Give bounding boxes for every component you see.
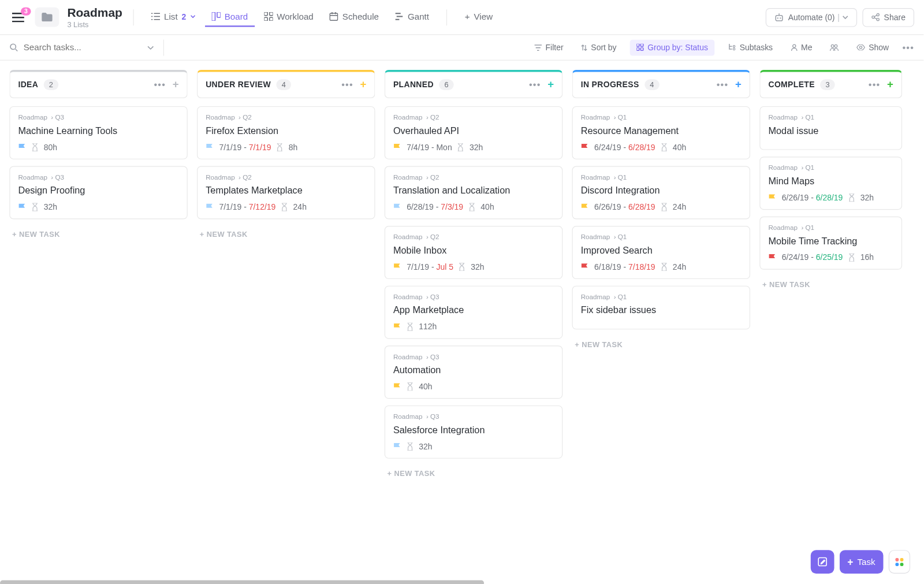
- column-menu[interactable]: •••: [717, 79, 729, 90]
- task-card[interactable]: Roadmap › Q1 Improved Search6/18/19 - 7/…: [572, 226, 750, 279]
- automate-button[interactable]: Automate (0) |: [766, 8, 857, 27]
- notepad-fab[interactable]: [810, 550, 834, 574]
- flag-icon[interactable]: [393, 322, 401, 331]
- flag-icon[interactable]: [18, 203, 26, 211]
- new-task-button[interactable]: + NEW TASK: [759, 276, 902, 292]
- task-card[interactable]: Roadmap › Q3 App Marketplace112h: [385, 286, 562, 339]
- search-expand[interactable]: [147, 46, 154, 50]
- view-tab-list[interactable]: List2: [144, 8, 202, 27]
- column-add[interactable]: +: [887, 79, 893, 91]
- view-tab-board[interactable]: Board: [205, 8, 255, 27]
- task-card[interactable]: Roadmap › Q2 Translation and Localizatio…: [385, 166, 562, 220]
- task-card[interactable]: Roadmap › Q1 Fix sidebar issues: [572, 286, 750, 330]
- task-card[interactable]: Roadmap › Q2 Firefox Extension7/1/19 - 7…: [197, 106, 375, 159]
- task-card[interactable]: Roadmap › Q1 Modal issue: [759, 106, 902, 150]
- new-task-button[interactable]: + NEW TASK: [197, 226, 375, 242]
- menu-button[interactable]: 3: [9, 10, 27, 25]
- view-tab-gantt[interactable]: Gantt: [388, 8, 435, 27]
- column-menu[interactable]: •••: [341, 79, 353, 90]
- svg-point-18: [733, 46, 735, 47]
- task-card[interactable]: Roadmap › Q3 Salesforce Integration32h: [385, 406, 562, 459]
- column-add[interactable]: +: [735, 79, 742, 91]
- new-task-button[interactable]: + NEW TASK: [385, 465, 562, 481]
- flag-icon[interactable]: [768, 253, 776, 262]
- flag-icon[interactable]: [581, 143, 589, 151]
- view-tab-schedule[interactable]: Schedule: [323, 8, 386, 27]
- card-title: Machine Learning Tools: [18, 125, 178, 136]
- svg-point-8: [777, 17, 778, 18]
- column-header[interactable]: IDEA 2 ••• +: [9, 70, 187, 98]
- add-view-button[interactable]: + View: [458, 8, 500, 27]
- me-button[interactable]: Me: [786, 40, 816, 55]
- task-card[interactable]: Roadmap › Q1 Discord Integration6/26/19 …: [572, 166, 750, 220]
- flag-icon[interactable]: [581, 203, 589, 211]
- svg-point-21: [832, 44, 834, 47]
- search-input[interactable]: [24, 42, 118, 52]
- task-card[interactable]: Roadmap › Q3 Machine Learning Tools80h: [9, 106, 187, 159]
- task-fab[interactable]: + Task: [839, 550, 883, 574]
- column-header[interactable]: UNDER REVIEW 4 ••• +: [197, 70, 375, 98]
- svg-rect-17: [640, 48, 643, 51]
- floating-actions: + Task: [810, 550, 910, 574]
- card-hours: 16h: [860, 253, 874, 262]
- column-header[interactable]: PLANNED 6 ••• +: [385, 70, 562, 98]
- flag-icon[interactable]: [393, 382, 401, 391]
- top-bar: 3 Roadmap 3 Lists List2BoardWorkloadSche…: [0, 0, 923, 35]
- task-card[interactable]: Roadmap › Q1 Resource Management6/24/19 …: [572, 106, 750, 159]
- task-card[interactable]: Roadmap › Q1 Mobile Time Tracking6/24/19…: [759, 217, 902, 270]
- subtasks-button[interactable]: Subtasks: [724, 40, 777, 55]
- card-hours: 80h: [44, 143, 57, 152]
- horizontal-scrollbar[interactable]: [0, 581, 923, 584]
- flag-icon[interactable]: [581, 263, 589, 271]
- chevron-down-icon: [147, 46, 154, 50]
- column-add[interactable]: +: [360, 79, 367, 91]
- task-card[interactable]: Roadmap › Q3 Design Proofing32h: [9, 166, 187, 220]
- svg-rect-4: [264, 17, 267, 21]
- new-task-button[interactable]: + NEW TASK: [572, 336, 750, 352]
- sort-button[interactable]: Sort by: [577, 40, 621, 55]
- view-tab-workload[interactable]: Workload: [257, 8, 320, 27]
- card-breadcrumb: Roadmap › Q2: [206, 114, 366, 121]
- flag-icon[interactable]: [206, 203, 214, 211]
- flag-icon[interactable]: [18, 143, 26, 151]
- svg-point-23: [860, 46, 862, 49]
- apps-fab[interactable]: [889, 550, 910, 574]
- assignees-button[interactable]: [826, 41, 843, 54]
- search-box[interactable]: [9, 42, 154, 52]
- new-task-button[interactable]: + NEW TASK: [9, 226, 187, 242]
- column-header[interactable]: COMPLETE 3 ••• +: [759, 70, 902, 98]
- filter-button[interactable]: Filter: [531, 40, 568, 55]
- flag-icon[interactable]: [393, 203, 401, 211]
- column-add[interactable]: +: [173, 79, 179, 91]
- column-menu[interactable]: •••: [154, 79, 166, 90]
- card-hours: 24h: [673, 202, 686, 211]
- folder-icon-box[interactable]: [35, 8, 59, 27]
- task-card[interactable]: Roadmap › Q3 Automation40h: [385, 345, 562, 399]
- svg-point-9: [780, 17, 781, 18]
- card-breadcrumb: Roadmap › Q3: [18, 114, 178, 121]
- card-breadcrumb: Roadmap › Q1: [768, 224, 893, 232]
- column-add[interactable]: +: [547, 79, 554, 91]
- column-menu[interactable]: •••: [529, 79, 541, 90]
- card-meta: 6/24/19 - 6/28/1940h: [581, 143, 742, 152]
- flag-icon[interactable]: [393, 442, 401, 451]
- column-menu[interactable]: •••: [869, 79, 881, 90]
- group-icon: [637, 44, 644, 51]
- flag-icon[interactable]: [393, 143, 401, 151]
- flag-icon[interactable]: [206, 143, 214, 151]
- card-title: Firefox Extension: [206, 125, 366, 136]
- svg-point-11: [877, 14, 879, 16]
- show-button[interactable]: Show: [852, 40, 893, 55]
- task-card[interactable]: Roadmap › Q1 Mind Maps6/26/19 - 6/28/193…: [759, 157, 902, 210]
- task-card[interactable]: Roadmap › Q2 Mobile Inbox7/1/19 - Jul 53…: [385, 226, 562, 279]
- task-card[interactable]: Roadmap › Q2 Overhauled API7/4/19 - Mon3…: [385, 106, 562, 159]
- column-header[interactable]: IN PROGRESS 4 ••• +: [572, 70, 750, 98]
- column-name: IDEA: [18, 80, 38, 90]
- group-button[interactable]: Group by: Status: [630, 39, 715, 55]
- task-card[interactable]: Roadmap › Q2 Templates Marketplace7/1/19…: [197, 166, 375, 220]
- flag-icon[interactable]: [768, 194, 776, 202]
- share-button[interactable]: Share: [862, 8, 914, 27]
- flag-icon[interactable]: [393, 263, 401, 271]
- more-menu[interactable]: •••: [902, 42, 914, 53]
- hourglass-icon: [459, 263, 465, 271]
